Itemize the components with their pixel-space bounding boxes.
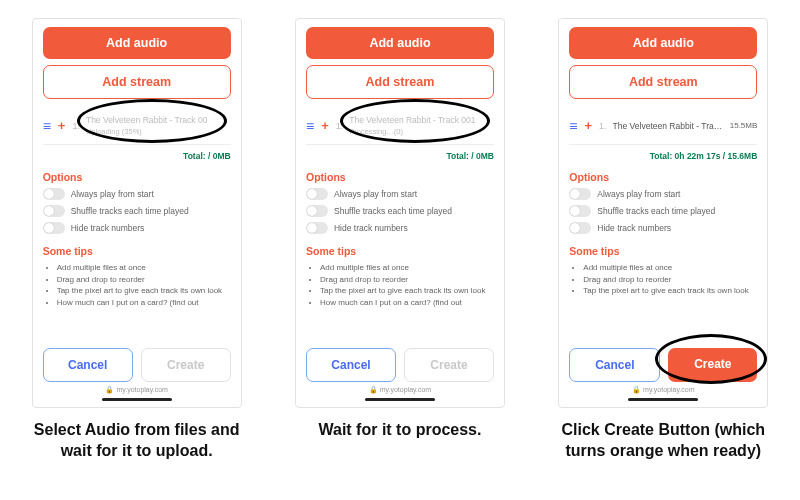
track-row[interactable]: ≡+1.The Velveteen Rabbit - Track 00Uploa… (43, 105, 231, 145)
tip-item: Drag and drop to reorder (320, 274, 494, 286)
tip-item: Add multiple files at once (583, 262, 757, 274)
tips-header: Some tips (569, 245, 757, 257)
home-indicator (628, 398, 698, 401)
options-header: Options (43, 171, 231, 183)
option-toggle[interactable] (43, 222, 65, 234)
add-track-icon[interactable]: + (584, 118, 592, 133)
tip-item: Tap the pixel art to give each track its… (320, 285, 494, 297)
option-row: Hide track numbers (306, 222, 494, 234)
track-number: 1. (72, 121, 80, 131)
option-row: Shuffle tracks each time played (306, 205, 494, 217)
track-row[interactable]: ≡+1.The Velveteen Rabbit - Track 115.5MB (569, 105, 757, 145)
cancel-button[interactable]: Cancel (43, 348, 133, 382)
cancel-button[interactable]: Cancel (569, 348, 660, 382)
options-header: Options (569, 171, 757, 183)
option-label: Always play from start (334, 189, 417, 199)
track-status: Uploading (35%) (86, 127, 231, 136)
options-header: Options (306, 171, 494, 183)
tips-list: Add multiple files at onceDrag and drop … (306, 262, 494, 308)
phone-screen-1: Add audioAdd stream≡+1.The Velveteen Rab… (32, 18, 242, 408)
option-toggle[interactable] (569, 222, 591, 234)
page-url-text: my.yotoplay.com (380, 386, 431, 393)
total-summary: Total: / 0MB (43, 151, 231, 161)
option-label: Hide track numbers (71, 223, 145, 233)
step-caption: Select Audio from files and wait for it … (17, 420, 257, 462)
option-toggle[interactable] (306, 222, 328, 234)
tip-item: How much can I put on a card? (find out (320, 297, 494, 309)
lock-icon: 🔒 (369, 386, 380, 393)
option-label: Shuffle tracks each time played (71, 206, 189, 216)
option-toggle[interactable] (569, 205, 591, 217)
option-row: Hide track numbers (569, 222, 757, 234)
tips-list: Add multiple files at onceDrag and drop … (569, 262, 757, 297)
drag-handle-icon[interactable]: ≡ (306, 118, 314, 134)
track-size: 15.5MB (730, 121, 758, 130)
add-track-icon[interactable]: + (321, 118, 329, 133)
option-label: Shuffle tracks each time played (597, 206, 715, 216)
option-toggle[interactable] (569, 188, 591, 200)
option-row: Always play from start (43, 188, 231, 200)
option-row: Always play from start (569, 188, 757, 200)
track-row[interactable]: ≡+1.The Velveteen Rabbit - Track 001Proc… (306, 105, 494, 145)
tip-item: Add multiple files at once (57, 262, 231, 274)
option-label: Always play from start (597, 189, 680, 199)
option-toggle[interactable] (43, 188, 65, 200)
track-title: The Velveteen Rabbit - Track 1 (613, 121, 723, 131)
total-summary: Total: 0h 22m 17s / 15.6MB (569, 151, 757, 161)
option-row: Shuffle tracks each time played (43, 205, 231, 217)
tips-list: Add multiple files at onceDrag and drop … (43, 262, 231, 308)
tip-item: How much can I put on a card? (find out (57, 297, 231, 309)
option-label: Hide track numbers (334, 223, 408, 233)
add-audio-button[interactable]: Add audio (569, 27, 757, 59)
option-row: Shuffle tracks each time played (569, 205, 757, 217)
create-button: Create (141, 348, 231, 382)
page-url: 🔒 my.yotoplay.com (569, 386, 757, 394)
total-summary: Total: / 0MB (306, 151, 494, 161)
track-status: Processing…(0) (349, 127, 494, 136)
add-stream-button[interactable]: Add stream (306, 65, 494, 99)
track-title: The Velveteen Rabbit - Track 00 (86, 115, 231, 125)
tips-header: Some tips (306, 245, 494, 257)
page-url-text: my.yotoplay.com (643, 386, 694, 393)
page-url: 🔒 my.yotoplay.com (43, 386, 231, 394)
create-button[interactable]: Create (668, 348, 757, 382)
track-title: The Velveteen Rabbit - Track 001 (349, 115, 494, 125)
option-label: Hide track numbers (597, 223, 671, 233)
drag-handle-icon[interactable]: ≡ (43, 118, 51, 134)
tips-header: Some tips (43, 245, 231, 257)
add-audio-button[interactable]: Add audio (306, 27, 494, 59)
tip-item: Tap the pixel art to give each track its… (57, 285, 231, 297)
option-row: Hide track numbers (43, 222, 231, 234)
add-track-icon[interactable]: + (58, 118, 66, 133)
phone-screen-3: Add audioAdd stream≡+1.The Velveteen Rab… (558, 18, 768, 408)
home-indicator (365, 398, 435, 401)
option-toggle[interactable] (306, 205, 328, 217)
option-toggle[interactable] (306, 188, 328, 200)
home-indicator (102, 398, 172, 401)
create-button: Create (404, 348, 494, 382)
add-stream-button[interactable]: Add stream (43, 65, 231, 99)
step-caption: Click Create Button (which turns orange … (543, 420, 783, 462)
page-url-text: my.yotoplay.com (116, 386, 167, 393)
lock-icon: 🔒 (105, 386, 116, 393)
option-label: Shuffle tracks each time played (334, 206, 452, 216)
step-caption: Wait for it to process. (314, 420, 485, 441)
track-number: 1. (599, 121, 607, 131)
tip-item: Add multiple files at once (320, 262, 494, 274)
drag-handle-icon[interactable]: ≡ (569, 118, 577, 134)
tip-item: Tap the pixel art to give each track its… (583, 285, 757, 297)
cancel-button[interactable]: Cancel (306, 348, 396, 382)
option-row: Always play from start (306, 188, 494, 200)
add-stream-button[interactable]: Add stream (569, 65, 757, 99)
phone-screen-2: Add audioAdd stream≡+1.The Velveteen Rab… (295, 18, 505, 408)
track-number: 1. (336, 121, 344, 131)
lock-icon: 🔒 (632, 386, 643, 393)
tip-item: Drag and drop to reorder (583, 274, 757, 286)
option-label: Always play from start (71, 189, 154, 199)
option-toggle[interactable] (43, 205, 65, 217)
page-url: 🔒 my.yotoplay.com (306, 386, 494, 394)
add-audio-button[interactable]: Add audio (43, 27, 231, 59)
tip-item: Drag and drop to reorder (57, 274, 231, 286)
